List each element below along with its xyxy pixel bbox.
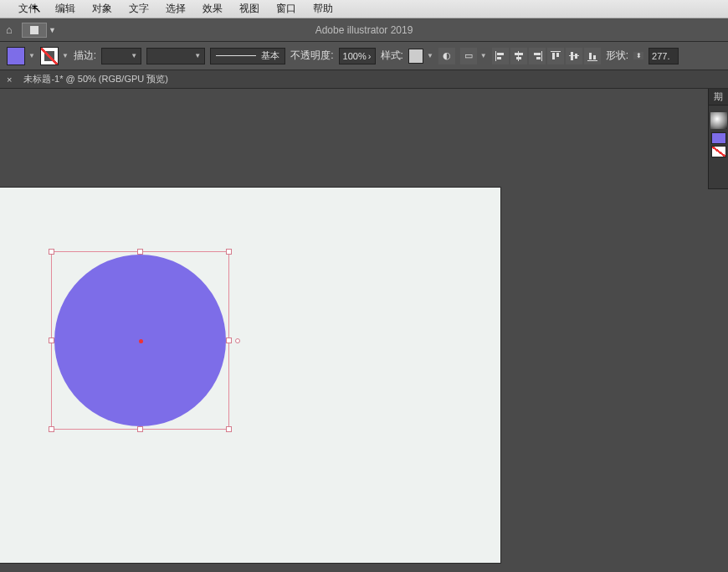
shape-label: 形状: <box>606 49 628 63</box>
resize-handle-middle-left[interactable] <box>49 338 54 343</box>
align-bottom-icon[interactable] <box>584 48 601 64</box>
svg-rect-16 <box>589 53 592 59</box>
svg-rect-4 <box>515 53 523 55</box>
variable-width-dropdown[interactable]: ▼ <box>146 48 205 64</box>
panel-tab[interactable]: 期 <box>709 89 728 106</box>
selection-bounding-box[interactable] <box>51 251 229 430</box>
menu-help[interactable]: 帮助 <box>305 0 341 18</box>
artboard[interactable] <box>0 188 500 563</box>
document-setup-icon[interactable]: ▭ <box>460 48 477 64</box>
resize-handle-bottom-middle[interactable] <box>137 426 143 432</box>
menu-object[interactable]: 对象 <box>84 0 120 18</box>
chevron-down-icon[interactable]: ▼ <box>28 52 35 59</box>
stroke-color-swatch[interactable] <box>40 47 59 65</box>
pie-widget-handle[interactable] <box>235 338 240 343</box>
menu-window[interactable]: 窗口 <box>268 0 305 18</box>
selection-center-point[interactable] <box>139 339 143 343</box>
svg-rect-0 <box>495 51 496 61</box>
resize-handle-bottom-left[interactable] <box>49 426 54 432</box>
chevron-down-icon[interactable]: ▼ <box>480 52 487 59</box>
resize-handle-bottom-right[interactable] <box>226 426 232 432</box>
resize-handle-top-right[interactable] <box>226 249 232 255</box>
graphic-style-swatch[interactable] <box>408 49 423 64</box>
stroke-label: 描边: <box>74 49 96 63</box>
svg-rect-9 <box>551 51 561 52</box>
svg-rect-2 <box>497 57 501 59</box>
close-tab-button[interactable]: × <box>0 75 17 85</box>
brush-preview-line <box>216 55 256 56</box>
chevron-down-icon[interactable]: ▼ <box>427 52 433 59</box>
svg-rect-12 <box>569 55 579 56</box>
svg-rect-8 <box>536 57 541 59</box>
workspace[interactable]: 期 <box>0 89 728 572</box>
workspace-switcher[interactable] <box>22 23 47 38</box>
document-tab-row: × 未标题-1* @ 50% (RGB/GPU 预览) <box>0 70 728 89</box>
brush-definition-dropdown[interactable]: 基本 <box>210 48 285 64</box>
panel-thumbnail[interactable] <box>710 112 727 129</box>
svg-rect-5 <box>516 57 521 59</box>
chevron-down-icon[interactable]: ▼ <box>62 52 69 59</box>
right-panel: 期 <box>708 89 728 189</box>
svg-rect-1 <box>497 53 504 55</box>
recolor-icon[interactable]: ◐ <box>438 48 455 64</box>
menu-bar: 文件 编辑 对象 文字 选择 效果 视图 窗口 帮助 <box>0 0 728 18</box>
opacity-label: 不透明度: <box>290 49 333 63</box>
panel-fill-swatch[interactable] <box>711 132 726 144</box>
svg-rect-13 <box>571 52 573 60</box>
fill-color-swatch[interactable] <box>7 47 25 65</box>
stroke-weight-dropdown[interactable]: ▼ <box>101 48 141 64</box>
align-left-icon[interactable] <box>492 48 509 64</box>
document-tab[interactable]: 未标题-1* @ 50% (RGB/GPU 预览) <box>17 73 175 85</box>
svg-rect-17 <box>593 55 596 59</box>
app-title: Adobe illustrator 2019 <box>315 24 413 36</box>
svg-rect-6 <box>541 51 542 61</box>
svg-rect-15 <box>587 60 597 61</box>
align-hcenter-icon[interactable] <box>510 48 527 64</box>
control-bar: ▼ ▼ 描边: ▼ ▼ 基本 不透明度: 100% › 样式: ▼ ◐ ▭ ▼ … <box>0 42 728 70</box>
resize-handle-top-middle[interactable] <box>137 249 143 255</box>
chevron-down-icon: ▼ <box>131 52 137 59</box>
align-right-icon[interactable] <box>529 48 546 64</box>
svg-rect-3 <box>518 51 519 61</box>
resize-handle-middle-right[interactable] <box>226 338 232 343</box>
menu-type[interactable]: 文字 <box>120 0 157 18</box>
svg-rect-7 <box>534 53 541 55</box>
link-wh-icon[interactable]: ⬍ <box>633 52 643 59</box>
shape-width-input[interactable]: 277. <box>649 48 679 64</box>
brush-label: 基本 <box>261 49 279 62</box>
opacity-value: 100% <box>343 51 367 61</box>
chevron-down-icon: ▼ <box>194 52 201 59</box>
menu-select[interactable]: 选择 <box>157 0 194 18</box>
menu-view[interactable]: 视图 <box>231 0 268 18</box>
resize-handle-top-left[interactable] <box>49 249 54 255</box>
align-vcenter-icon[interactable] <box>566 48 582 64</box>
align-button-group <box>492 48 601 64</box>
panel-none-swatch[interactable] <box>711 146 726 157</box>
svg-rect-10 <box>552 53 555 59</box>
menu-file[interactable]: 文件 <box>10 0 47 18</box>
chevron-right-icon: › <box>368 51 372 61</box>
home-icon[interactable]: ⌂ <box>0 23 18 36</box>
menu-edit[interactable]: 编辑 <box>47 0 84 18</box>
chevron-down-icon: ▼ <box>49 26 56 34</box>
style-label: 样式: <box>381 49 403 63</box>
align-top-icon[interactable] <box>547 48 564 64</box>
shape-width-value: 277. <box>652 51 669 61</box>
opacity-input[interactable]: 100% › <box>339 48 376 64</box>
menu-effect[interactable]: 效果 <box>194 0 231 18</box>
svg-rect-14 <box>575 54 577 59</box>
app-title-bar: ⌂ ▼ Adobe illustrator 2019 <box>0 18 728 42</box>
svg-rect-11 <box>556 53 559 57</box>
